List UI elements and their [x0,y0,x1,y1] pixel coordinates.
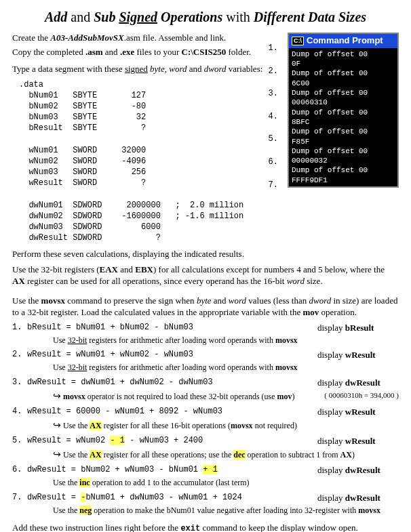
prompt-line: 0F [292,59,395,68]
calc-row-1: 1. bResult = bNum01 + bNum02 - bNum03 di… [12,323,399,334]
calc-display: display bResult [317,323,399,334]
calc-row-4: 4. wResult = 60000 - wNum01 + 8092 - wNu… [12,407,399,418]
calc-expression: wResult = wNum02 - 1 - wNum03 + 2400 [27,436,317,447]
command-prompt-body: Dump of offset 00 0F Dump of offset 00 6… [289,48,397,186]
calc-row-6: 6. dwResult = bNum02 + wNum03 - bNum01 +… [12,465,399,476]
prompt-line: 8BFC [292,117,395,127]
registers-paragraph: Use the 32-bit registers (EAX and EBX) f… [12,264,399,287]
title-word: Signed [119,9,157,24]
calc-expression: wResult = wNum01 + wNum02 - wNum03 [27,350,317,361]
calc-expression: wResult = 60000 - wNum01 + 8092 - wNum03 [27,407,317,418]
calc-number: 6. [12,465,27,476]
footer-instruction: Add these two instruction lines right be… [12,523,399,532]
result-number: 1. [265,43,278,54]
calc-expression: bResult = bNum01 + bNum02 - bNum03 [27,323,317,334]
calc-row-2: 2. wResult = wNum01 + wNum02 - wNum03 di… [12,350,399,361]
calc-row-7: 7. dwResult = -bNum01 + dwNum03 - wNum01… [12,493,399,504]
calc-note-1: Use 32-bit registers for arithmetic afte… [53,335,399,346]
calc-number: 3. [12,377,27,389]
calc-number: 5. [12,436,27,447]
calc-row-3: 3. dwResult = dwNum01 + dwNum02 - dwNum0… [12,377,399,389]
title-word: Add [45,9,67,24]
title-word: Different Data Sizes [254,9,366,24]
arrow-icon: ↪ [53,391,61,401]
prompt-line: Dump of offset 00 [292,88,395,98]
result-number: 7. [265,180,278,191]
prompt-line: 6C00 [292,79,395,88]
result-number: 4. [265,112,278,123]
prompt-line: Dump of offset 00 [292,146,395,156]
prompt-line: Dump of offset 00 [292,127,395,136]
prompt-line: F85F [292,137,395,146]
prompt-line: FFFF9DF1 [292,176,395,185]
calc-display: display wResult [317,407,399,418]
prompt-line: Dump of offset 00 [292,49,395,59]
hex-decimal-note: ( 00060310h = 394,000 ) [324,390,399,403]
calc-display: display wResult [317,436,399,447]
prompt-line: 00000032 [292,156,395,165]
calc-note-2: Use 32-bit registers for arithmetic afte… [53,363,399,373]
prompt-line: Dump of offset 00 [292,108,395,117]
title-word: and [71,9,90,24]
calc-number: 4. [12,407,27,418]
command-prompt-window: C:\ Command Prompt Dump of offset 00 0F … [288,33,399,188]
arrow-icon: ↪ [53,449,61,459]
result-number: 5. [265,134,278,145]
result-number-column: 1. 2. 3. 4. 5. 6. 7. [265,33,278,203]
title-word: with [226,9,250,24]
calc-note-4: ↪ Use the AX register for all these 16-b… [53,420,399,432]
calc-note-5: ↪ Use the AX register for all these oper… [53,449,399,461]
result-number: 2. [265,66,278,77]
calc-note-7: Use the neg operation to make the bNum01… [53,506,399,516]
result-number: 6. [265,157,278,168]
title-word: Operations [161,9,222,24]
prompt-line: Dump of offset 00 [292,68,395,78]
calc-expression: dwResult = bNum02 + wNum03 - bNum01 + 1 [27,465,317,476]
calc-expression: dwResult = -bNum01 + dwNum03 - wNum01 + … [27,493,317,504]
calc-display: display dwResult [317,493,399,504]
calc-note-3: ↪ movsx operator is not required to load… [53,390,399,403]
calc-expression: dwResult = dwNum01 + dwNum02 - dwNum03 [27,377,317,389]
calc-number: 2. [12,350,27,361]
prompt-line: Dump of offset 00 [292,165,395,175]
perform-paragraph: Perform these seven calculations, displa… [12,249,399,260]
prompt-line: 00060310 [292,98,395,107]
calc-note-6: Use the inc operation to add 1 to the ac… [53,478,399,489]
calc-display: display wResult [317,350,399,361]
calc-display: display dwResult [317,377,399,389]
calc-number: 1. [12,323,27,334]
result-number: 3. [265,89,278,100]
calc-number: 7. [12,493,27,504]
calc-display: display dwResult [317,465,399,476]
command-prompt-titlebar: C:\ Command Prompt [289,34,397,48]
command-prompt-title-text: Command Prompt [307,35,383,47]
movsx-paragraph: Use the movsx command to preserve the si… [12,295,399,319]
title-word: Sub [94,9,115,24]
arrow-icon: ↪ [53,420,61,430]
terminal-icon: C:\ [292,37,304,46]
calc-row-5: 5. wResult = wNum02 - 1 - wNum03 + 2400 … [12,436,399,447]
page-title: Add and Sub Signed Operations with Diffe… [12,8,399,26]
